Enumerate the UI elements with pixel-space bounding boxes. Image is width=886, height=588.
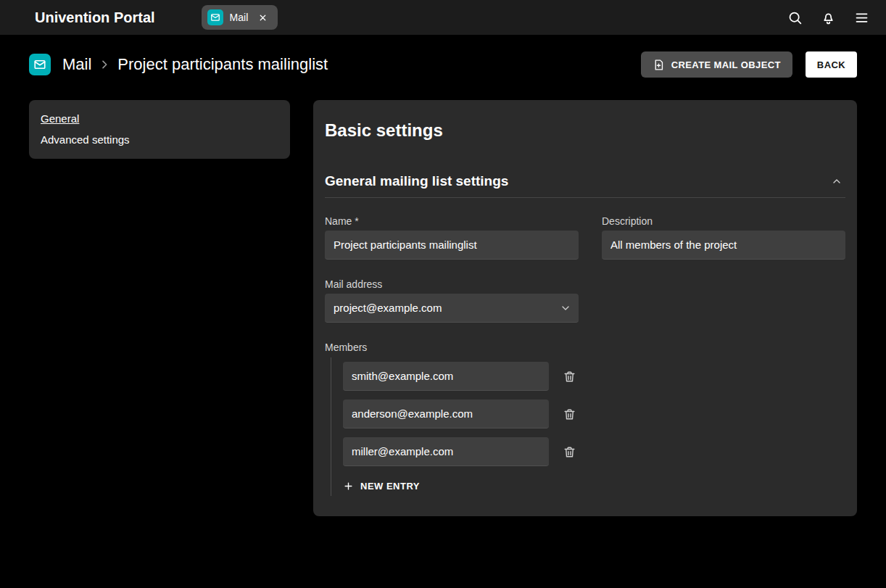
document-plus-icon [653, 59, 665, 71]
create-mail-object-label: CREATE MAIL OBJECT [671, 59, 781, 70]
member-input-1[interactable] [343, 362, 549, 391]
header-buttons: CREATE MAIL OBJECT BACK [641, 51, 857, 78]
search-icon [787, 10, 803, 25]
section-title: General mailing list settings [325, 173, 508, 189]
name-field-group: Name * [325, 215, 579, 260]
member-input-2[interactable] [343, 399, 549, 428]
create-mail-object-button[interactable]: CREATE MAIL OBJECT [641, 51, 792, 78]
description-input[interactable] [602, 231, 845, 260]
new-entry-button[interactable]: NEW ENTRY [343, 475, 423, 494]
breadcrumb: Mail Project participants mailinglist CR… [29, 48, 857, 81]
menu-button[interactable] [851, 7, 871, 28]
sidebar-item-general[interactable]: General [41, 111, 278, 127]
notifications-button[interactable] [818, 7, 838, 28]
mail-address-label: Mail address [325, 278, 579, 290]
basic-settings-panel: Basic settings General mailing list sett… [313, 100, 857, 516]
topbar: Univention Portal Mail [0, 0, 886, 35]
mail-icon [207, 9, 223, 25]
name-input[interactable] [325, 231, 579, 260]
mail-address-field-group: Mail address [325, 278, 579, 323]
member-row [343, 437, 579, 466]
mailing-list-form: Name * Description Mail address Members [325, 215, 845, 496]
mail-module-icon [29, 54, 51, 75]
portal-title[interactable]: Univention Portal [35, 9, 155, 26]
settings-nav: General Advanced settings [29, 100, 290, 159]
member-row [343, 399, 579, 428]
members-label: Members [325, 341, 579, 353]
close-icon[interactable] [254, 9, 270, 25]
back-button[interactable]: BACK [806, 51, 857, 78]
description-label: Description [602, 215, 845, 227]
content: General Advanced settings Basic settings… [0, 81, 886, 516]
panel-title: Basic settings [325, 120, 845, 141]
breadcrumb-mail-link[interactable]: Mail [62, 55, 91, 74]
search-button[interactable] [784, 7, 805, 28]
section-general-mailing-list: General mailing list settings [325, 173, 845, 198]
hamburger-icon [854, 10, 869, 25]
delete-member-1-button[interactable] [560, 367, 579, 386]
new-entry-label: NEW ENTRY [360, 481, 420, 492]
trash-icon [563, 445, 576, 459]
name-label: Name * [325, 215, 579, 227]
chevron-right-icon [99, 59, 110, 70]
mail-address-select[interactable] [325, 294, 579, 323]
trash-icon [563, 370, 576, 384]
member-input-3[interactable] [343, 437, 549, 466]
tab-mail-label: Mail [230, 12, 249, 23]
member-row [343, 362, 579, 391]
collapse-section-button[interactable] [828, 173, 845, 190]
tab-mail[interactable]: Mail [202, 5, 278, 30]
delete-member-3-button[interactable] [560, 442, 579, 461]
page-title: Project participants mailinglist [117, 55, 328, 74]
description-field-group: Description [602, 215, 845, 260]
delete-member-2-button[interactable] [560, 405, 579, 423]
sidebar-item-advanced-settings[interactable]: Advanced settings [41, 132, 278, 148]
bell-icon [821, 10, 836, 25]
members-list: NEW ENTRY [331, 357, 579, 496]
plus-icon [343, 481, 354, 492]
chevron-up-icon [831, 175, 842, 187]
trash-icon [563, 407, 576, 421]
topbar-actions [784, 7, 871, 28]
mail-address-input[interactable] [325, 294, 579, 323]
members-field-group: Members [325, 341, 579, 496]
